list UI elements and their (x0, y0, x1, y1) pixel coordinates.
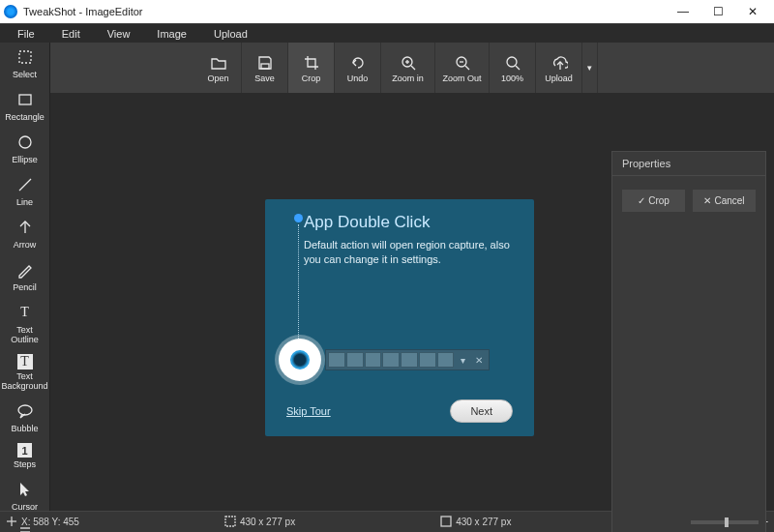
cursor-icon (16, 481, 34, 498)
tour-connector-line (298, 224, 299, 344)
menu-view[interactable]: View (94, 26, 144, 42)
upload-button[interactable]: Upload (536, 43, 582, 93)
crosshair-icon (6, 516, 17, 529)
bubble-icon (16, 402, 34, 420)
main-toolbar: Open Save Crop Undo Zoom in Zoom Out 100… (50, 43, 774, 93)
x-icon: ✕ (703, 195, 711, 206)
canvas-area[interactable]: Properties ✓Crop ✕Cancel App Double Clic… (50, 93, 774, 511)
selection-dimensions: 430 x 277 px (240, 517, 295, 527)
tour-highlight-ring-icon (279, 339, 321, 381)
tool-steps[interactable]: 1Steps (0, 439, 49, 475)
mini-tool-icon (365, 352, 382, 368)
crop-icon (303, 54, 320, 72)
tool-pencil[interactable]: Pencil (0, 255, 49, 298)
selection-size-icon (224, 516, 236, 529)
tour-popup: App Double Click Default action will ope… (265, 199, 534, 436)
menu-edit[interactable]: Edit (48, 26, 94, 42)
upload-dropdown-caret[interactable]: ▾ (582, 43, 598, 93)
mini-tool-icon (382, 352, 400, 368)
save-icon (256, 54, 274, 72)
tool-ellipse[interactable]: Ellipse (0, 128, 49, 170)
tool-text-background[interactable]: TText Background (0, 350, 49, 397)
crop-button[interactable]: Crop (288, 43, 335, 93)
tool-sidebar: Select Rectangle Ellipse Line Arrow Penc… (0, 43, 50, 511)
cancel-crop-button[interactable]: ✕Cancel (693, 190, 756, 212)
magnifier-icon (504, 54, 521, 72)
zoom-out-button[interactable]: Zoom Out (435, 43, 490, 93)
next-tour-button[interactable]: Next (450, 399, 513, 423)
svg-point-21 (507, 57, 517, 67)
tour-anchor-dot-icon (294, 214, 303, 222)
mini-tool-icon (437, 352, 455, 368)
svg-point-2 (19, 136, 31, 148)
image-size-icon (440, 516, 452, 529)
tool-bubble[interactable]: Bubble (0, 397, 49, 439)
mini-tool-icon (419, 352, 436, 368)
tour-title: App Double Click (304, 213, 515, 232)
save-button[interactable]: Save (242, 43, 288, 93)
open-button[interactable]: Open (195, 43, 242, 93)
svg-rect-0 (19, 51, 31, 63)
svg-line-19 (465, 66, 469, 70)
tour-mini-toolbar: ▾ ✕ (325, 349, 490, 370)
titlebar: TweakShot - ImageEditor — ☐ ✕ (0, 0, 774, 23)
pencil-icon (16, 261, 34, 279)
svg-line-3 (19, 179, 31, 191)
cloud-upload-icon (551, 54, 568, 72)
tool-cursor[interactable]: Cursor (0, 475, 49, 517)
zoom-slider[interactable] (691, 520, 759, 524)
mini-tool-icon (328, 352, 345, 368)
tool-select[interactable]: Select (0, 43, 49, 85)
svg-point-5 (18, 405, 32, 415)
folder-open-icon (210, 54, 227, 72)
undo-button[interactable]: Undo (335, 43, 381, 93)
image-dimensions: 430 x 277 px (456, 517, 511, 527)
check-icon: ✓ (638, 195, 645, 206)
apply-crop-button[interactable]: ✓Crop (622, 190, 685, 212)
mini-tool-dropdown-icon: ▾ (455, 352, 470, 368)
svg-rect-27 (441, 517, 451, 526)
mini-tool-icon (346, 352, 364, 368)
text-outline-icon: T (15, 302, 36, 323)
skip-tour-link[interactable]: Skip Tour (286, 405, 331, 417)
cursor-coords: X: 588 Y: 455 (21, 517, 79, 527)
mini-tool-icon (401, 352, 418, 368)
tour-body: Default action will open region capture,… (304, 238, 515, 268)
properties-title: Properties (612, 152, 765, 176)
tool-line[interactable]: Line (0, 170, 49, 213)
zoom-in-button[interactable]: Zoom in (381, 43, 435, 93)
tool-text-outline[interactable]: TText Outline (0, 298, 49, 350)
properties-panel: Properties ✓Crop ✕Cancel (611, 151, 766, 532)
text-bg-icon: T (17, 354, 33, 369)
tool-arrow[interactable]: Arrow (0, 213, 49, 255)
close-button[interactable]: ✕ (735, 5, 770, 18)
zoom-out-icon (454, 54, 471, 72)
arrow-icon (16, 219, 34, 236)
svg-rect-13 (261, 64, 269, 69)
zoom-100-button[interactable]: 100% (490, 43, 536, 93)
svg-rect-26 (225, 517, 235, 526)
svg-rect-1 (19, 95, 31, 104)
window-title: TweakShot - ImageEditor (23, 6, 666, 17)
menubar: File Edit View Image Upload (0, 23, 774, 43)
undo-icon (349, 54, 367, 72)
rectangle-icon (16, 91, 34, 108)
menu-image[interactable]: Image (143, 26, 200, 42)
tool-rectangle[interactable]: Rectangle (0, 85, 49, 128)
mini-tool-close-icon: ✕ (471, 352, 487, 368)
svg-line-22 (516, 66, 520, 70)
steps-icon: 1 (17, 443, 32, 458)
select-icon (16, 48, 34, 66)
app-logo-icon (4, 5, 17, 18)
line-icon (16, 176, 34, 193)
minimize-button[interactable]: — (666, 5, 700, 18)
maximize-button[interactable]: ☐ (700, 5, 735, 18)
zoom-in-icon (400, 54, 417, 72)
ellipse-icon (16, 133, 34, 151)
svg-line-15 (411, 66, 415, 70)
menu-file[interactable]: File (4, 26, 48, 42)
menu-upload[interactable]: Upload (200, 26, 261, 42)
